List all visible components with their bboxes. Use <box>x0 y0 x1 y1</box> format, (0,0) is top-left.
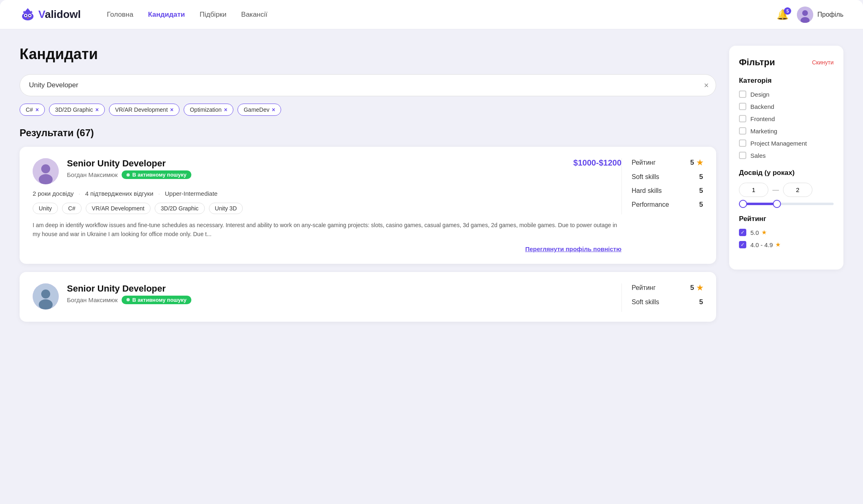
nav-vacancies[interactable]: Вакансії <box>241 11 267 19</box>
range-thumb-left[interactable] <box>739 200 747 208</box>
card-body-main-1: Senior Unity Developer Богдан Максимюк В… <box>33 158 621 252</box>
header: VValidowlalidowl Головна Кандидати Підбі… <box>0 0 863 29</box>
nav-selections[interactable]: Підбірки <box>200 11 226 19</box>
search-wrapper: × <box>20 74 716 96</box>
card-body-flex-1: Senior Unity Developer Богдан Максимюк В… <box>33 158 703 252</box>
filter-section-category: Категорія Design Backend Frontend Market… <box>739 77 834 159</box>
nav-home[interactable]: Головна <box>107 11 133 19</box>
avatar <box>797 7 813 23</box>
filter-tag-3d[interactable]: 3D/2D Graphic × <box>49 104 105 116</box>
filter-sales[interactable]: Sales <box>739 152 834 159</box>
filter-tag-close-gamedev[interactable]: × <box>272 106 275 113</box>
filter-pm[interactable]: Project Management <box>739 139 834 147</box>
filter-design[interactable]: Design <box>739 91 834 98</box>
label-backend: Backend <box>750 103 774 110</box>
label-rating-5: 5.0 ★ <box>750 229 767 236</box>
card-meta-row-1: Богдан Максимюк В активному пошуку <box>67 170 191 179</box>
label-sales: Sales <box>750 152 766 159</box>
logo[interactable]: VValidowlalidowl <box>20 7 81 23</box>
svg-point-5 <box>29 15 31 16</box>
checkbox-marketing[interactable] <box>739 127 746 135</box>
profile-button[interactable]: Профіль <box>797 7 843 23</box>
filter-tag-vrar[interactable]: VR/AR Development × <box>109 104 180 116</box>
bell-badge: 5 <box>784 7 791 15</box>
rating-label-overall-1: Рейтинг <box>632 159 656 166</box>
view-profile-link-1[interactable]: Переглянути профіль повністю <box>525 245 621 252</box>
filters-reset-button[interactable]: Скинути <box>812 59 834 66</box>
status-dot-2 <box>126 298 130 301</box>
card-skills-1: Unity C# VR/AR Development 3D/2D Graphic… <box>33 203 621 214</box>
filter-marketing[interactable]: Marketing <box>739 127 834 135</box>
card-top-2: Senior Unity Developer Богдан Максимюк В… <box>33 283 621 309</box>
card-body-flex-2: Senior Unity Developer Богдан Максимюк В… <box>33 283 703 315</box>
star-icon-2: ★ <box>697 283 703 292</box>
experience-inputs: — <box>739 183 834 197</box>
exp-min-input[interactable] <box>739 183 768 197</box>
search-clear-button[interactable]: × <box>704 81 709 89</box>
card-top-1: Senior Unity Developer Богдан Максимюк В… <box>33 158 621 184</box>
range-thumb-right[interactable] <box>773 200 781 208</box>
svg-point-14 <box>39 174 53 184</box>
search-input[interactable] <box>20 74 716 96</box>
filter-frontend[interactable]: Frontend <box>739 115 834 122</box>
card-footer-1: Переглянути профіль повністю <box>33 245 621 252</box>
rating-row-overall-1: Рейтинг 5 ★ <box>632 158 703 167</box>
card-title-2: Senior Unity Developer <box>67 283 191 294</box>
nav-candidates[interactable]: Кандидати <box>148 11 185 19</box>
rating-value-overall-1: 5 ★ <box>690 158 703 167</box>
filter-tag-close-vrar[interactable]: × <box>170 106 173 113</box>
checkbox-backend[interactable] <box>739 103 746 110</box>
exp-max-input[interactable] <box>783 183 812 197</box>
star-5: ★ <box>761 229 767 236</box>
card-name-block-2: Senior Unity Developer Богдан Максимюк В… <box>67 283 191 304</box>
content-area: Кандидати × C# × 3D/2D Graphic × VR/AR D… <box>20 46 716 330</box>
bell-button[interactable]: 🔔 5 <box>776 9 789 20</box>
rating-filter-title: Рейтинг <box>739 215 834 223</box>
checkbox-frontend[interactable] <box>739 115 746 122</box>
card-avatar-2 <box>33 283 59 309</box>
exp-dash: — <box>772 186 779 194</box>
rating-label-soft-1: Soft skills <box>632 173 659 181</box>
card-name-block-1: Senior Unity Developer Богдан Максимюк В… <box>67 158 191 179</box>
rating-row-perf-1: Performance 5 <box>632 201 703 209</box>
profile-label: Профіль <box>817 11 843 18</box>
rating-label-soft-2: Soft skills <box>632 298 659 306</box>
card-author-1: Богдан Максимюк <box>67 171 118 178</box>
filter-backend[interactable]: Backend <box>739 103 834 110</box>
rating-row-soft-2: Soft skills 5 <box>632 298 703 306</box>
filter-rating-5[interactable]: 5.0 ★ <box>739 229 834 236</box>
checkbox-design[interactable] <box>739 91 746 98</box>
label-frontend: Frontend <box>750 115 775 122</box>
ratings-panel-1: Рейтинг 5 ★ Soft skills 5 <box>621 158 703 214</box>
skill-cs: C# <box>62 203 82 214</box>
svg-point-13 <box>41 164 50 173</box>
logo-text: VValidowlalidowl <box>38 8 81 21</box>
card-avatar-1 <box>33 158 59 184</box>
label-marketing: Marketing <box>750 128 777 135</box>
filter-tag-cs[interactable]: C# × <box>20 104 45 116</box>
card-header-row-1: Senior Unity Developer Богдан Максимюк В… <box>67 158 621 179</box>
rating-value-soft-1: 5 <box>699 173 703 181</box>
candidate-card-2: Senior Unity Developer Богдан Максимюк В… <box>20 272 716 322</box>
filter-rating-4[interactable]: 4.0 - 4.9 ★ <box>739 241 834 248</box>
card-title-1: Senior Unity Developer <box>67 158 191 169</box>
card-level-1: Upper-Intermediate <box>165 190 217 197</box>
filter-tag-gamedev[interactable]: GameDev × <box>237 104 281 116</box>
skill-vrar: VR/AR Development <box>86 203 151 214</box>
checkbox-rating-4[interactable] <box>739 241 746 248</box>
checkbox-rating-5[interactable] <box>739 229 746 236</box>
filter-tag-optim[interactable]: Optimization × <box>184 104 233 116</box>
label-design: Design <box>750 91 770 98</box>
svg-point-1 <box>22 12 33 20</box>
range-slider-track <box>739 203 834 205</box>
main-content: Кандидати × C# × 3D/2D Graphic × VR/AR D… <box>0 29 863 346</box>
checkbox-sales[interactable] <box>739 152 746 159</box>
filter-tag-close-3d[interactable]: × <box>95 106 99 113</box>
rating-label-hard-1: Hard skills <box>632 187 662 195</box>
svg-point-17 <box>39 299 53 309</box>
rating-row-soft-1: Soft skills 5 <box>632 173 703 181</box>
filter-tag-close-optim[interactable]: × <box>224 106 227 113</box>
checkbox-pm[interactable] <box>739 139 746 147</box>
status-badge-2: В активному пошуку <box>122 296 191 304</box>
filter-tag-close-cs[interactable]: × <box>35 106 39 113</box>
